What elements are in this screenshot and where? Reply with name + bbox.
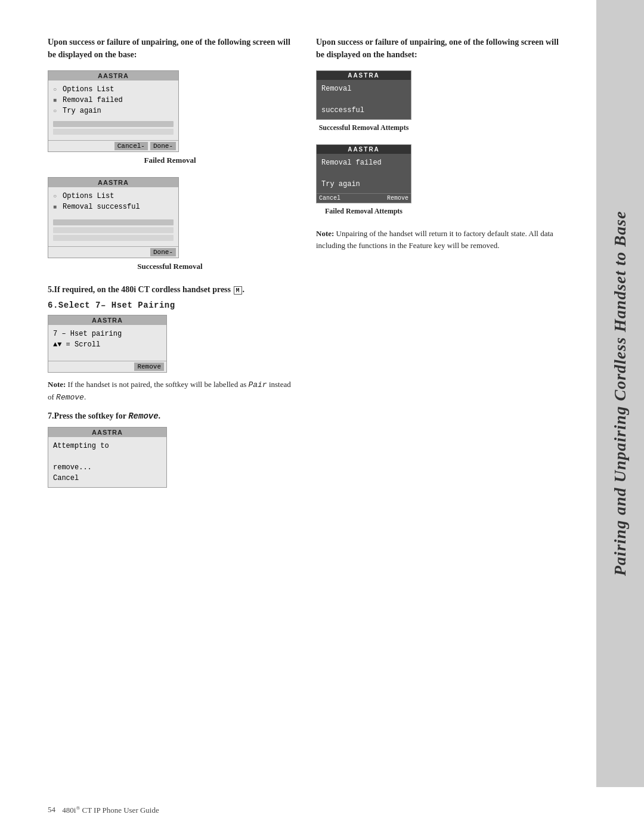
softkey-cancel: Cancel- bbox=[114, 142, 148, 150]
handset-row-successful: successful bbox=[321, 105, 406, 116]
right-column: Upon success or failure of unpairing, on… bbox=[316, 36, 561, 491]
row-text-try-again: Try again bbox=[63, 107, 174, 115]
left-column: Upon success or failure of unpairing, on… bbox=[48, 36, 292, 491]
screen-row-removal-successful: ■ Removal successful bbox=[53, 202, 174, 212]
step7-body: Attempting to remove... Cancel bbox=[48, 437, 166, 487]
row-indicator-2: ■ bbox=[53, 97, 60, 104]
softkey-remove: Remove bbox=[134, 363, 164, 371]
main-content: Upon success or failure of unpairing, on… bbox=[0, 0, 596, 527]
failed-removal-header: AASTRA bbox=[48, 71, 178, 80]
handset-text-blank bbox=[321, 95, 406, 104]
step5-text: 5.If required, on the 480i CT cordless h… bbox=[48, 283, 292, 296]
gray-bar-3 bbox=[53, 219, 174, 225]
row-indicator-5: ■ bbox=[53, 204, 60, 210]
step6-header: AASTRA bbox=[48, 315, 166, 325]
gray-bar-4 bbox=[53, 227, 174, 233]
softkey-done2: Done- bbox=[150, 248, 176, 256]
step6-row2: ▲▼ = Scroll bbox=[53, 339, 162, 350]
right-note: Note: Unpairing of the handset will retu… bbox=[316, 228, 561, 251]
failed-removal-base-screen: AASTRA ○ Options List ■ Removal failed ○… bbox=[48, 70, 179, 152]
failed-handset-screen: AASTRA Removal failed Try again Cancel R… bbox=[316, 144, 411, 203]
screen-row-options: ○ Options List bbox=[53, 84, 174, 95]
handset-text-failed: Removal failed bbox=[321, 159, 406, 167]
successful-handset-header: AASTRA bbox=[317, 71, 411, 80]
gray-bar-5 bbox=[53, 235, 174, 241]
footer-page: 54 bbox=[48, 805, 55, 815]
failed-handset-header: AASTRA bbox=[317, 145, 411, 154]
handset-text-removal: Removal bbox=[321, 85, 406, 93]
footer-sup: ® bbox=[76, 805, 80, 811]
step6-row1-text: 7 – Hset pairing bbox=[53, 330, 162, 338]
handset-text-try: Try again bbox=[321, 180, 406, 188]
softkey-remove-handset: Remove bbox=[387, 195, 408, 202]
step7-row2-text bbox=[53, 453, 162, 461]
step7-row3: remove... bbox=[53, 462, 162, 473]
step7-row1: Attempting to bbox=[53, 441, 162, 451]
failed-removal-body: ○ Options List ■ Removal failed ○ Try ag… bbox=[48, 80, 178, 140]
failed-handset-softkeys: Cancel Remove bbox=[317, 193, 411, 203]
row-text-options: Options List bbox=[63, 85, 174, 94]
gray-bar-1 bbox=[53, 121, 174, 127]
screen-row-options2: ○ Options List bbox=[53, 191, 174, 202]
handset-text-successful: successful bbox=[321, 106, 406, 114]
step6-row2-text: ▲▼ = Scroll bbox=[53, 340, 162, 349]
step6-note: Note: If the handset is not paired, the … bbox=[48, 379, 292, 403]
step6-screen: AASTRA 7 – Hset pairing ▲▼ = Scroll Remo… bbox=[48, 315, 167, 373]
successful-removal-body: ○ Options List ■ Removal successful bbox=[48, 187, 178, 246]
successful-handset-screen: AASTRA Removal successful bbox=[316, 70, 411, 120]
failed-removal-caption: Failed Removal bbox=[48, 156, 292, 165]
step7-row4-text: Cancel bbox=[53, 474, 162, 482]
step7-screen: AASTRA Attempting to remove... Cancel bbox=[48, 427, 167, 488]
step6-label: 6.Select 7– Hset Pairing bbox=[48, 301, 292, 310]
step6-softkeys: Remove bbox=[48, 361, 166, 372]
step7-header: AASTRA bbox=[48, 428, 166, 437]
left-intro-text: Upon success or failure of unpairing, on… bbox=[48, 36, 292, 61]
successful-handset-body: Removal successful bbox=[317, 80, 411, 119]
softkey-cancel-handset: Cancel bbox=[319, 195, 340, 202]
step7-row1-text: Attempting to bbox=[53, 442, 162, 450]
columns-layout: Upon success or failure of unpairing, on… bbox=[48, 36, 561, 491]
failed-handset-body: Removal failed Try again bbox=[317, 154, 411, 193]
footer-model: 480i® CT IP Phone User Guide bbox=[62, 805, 159, 815]
step7-row4: Cancel bbox=[53, 473, 162, 484]
successful-removal-softkeys: Done- bbox=[48, 246, 178, 258]
successful-handset-caption: Successful Removal Attempts bbox=[316, 123, 411, 132]
menu-key-icon: M bbox=[234, 286, 242, 295]
handset-row-failed: Removal failed bbox=[321, 157, 406, 168]
successful-removal-base-screen: AASTRA ○ Options List ■ Removal successf… bbox=[48, 177, 179, 258]
screen-row-try-again: ○ Try again bbox=[53, 106, 174, 116]
gray-bar-2 bbox=[53, 129, 174, 135]
failed-handset-caption: Failed Removal Attempts bbox=[316, 207, 411, 216]
row-text-options2: Options List bbox=[63, 192, 174, 200]
step7-row3-text: remove... bbox=[53, 463, 162, 472]
row-indicator-1: ○ bbox=[53, 86, 60, 93]
screen-row-removal-failed: ■ Removal failed bbox=[53, 95, 174, 106]
row-indicator-3: ○ bbox=[53, 108, 60, 114]
sidebar-title: Pairing and Unpairing Cordless Handset t… bbox=[596, 0, 644, 787]
step6-body: 7 – Hset pairing ▲▼ = Scroll bbox=[48, 325, 166, 361]
step6-row1: 7 – Hset pairing bbox=[53, 329, 162, 339]
successful-removal-caption: Successful Removal bbox=[48, 262, 292, 271]
step7-row2 bbox=[53, 451, 162, 462]
footer: 54 480i® CT IP Phone User Guide bbox=[48, 805, 159, 815]
successful-removal-header: AASTRA bbox=[48, 178, 178, 187]
handset-row-blank2 bbox=[321, 168, 406, 179]
handset-row-try: Try again bbox=[321, 179, 406, 190]
row-indicator-4: ○ bbox=[53, 193, 60, 200]
failed-removal-softkeys: Cancel- Done- bbox=[48, 140, 178, 151]
row-text-removal-failed: Removal failed bbox=[63, 96, 174, 104]
row-text-removal-successful: Removal successful bbox=[63, 203, 174, 211]
step7-text: 7.Press the softkey for Remove. bbox=[48, 411, 292, 421]
handset-row-removal: Removal bbox=[321, 83, 406, 94]
handset-text-blank2 bbox=[321, 169, 406, 178]
handset-row-blank bbox=[321, 94, 406, 105]
softkey-done: Done- bbox=[150, 142, 176, 150]
right-intro-text: Upon success or failure of unpairing, on… bbox=[316, 36, 561, 61]
